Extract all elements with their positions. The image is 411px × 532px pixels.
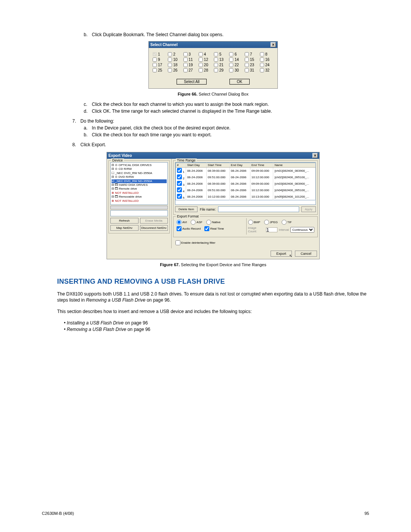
row-checkbox[interactable] xyxy=(177,168,182,173)
channel-19-checkbox[interactable] xyxy=(183,63,188,67)
close-icon[interactable]: × xyxy=(271,42,276,47)
tree-node[interactable]: ☑ _NEC DVD_RW ND-3550A xyxy=(112,179,167,183)
tree-node[interactable]: ⊟ ⊙ CD R/RW xyxy=(112,167,167,171)
tree-node[interactable]: ⊟ 🗔 Remote drive xyxy=(112,187,167,191)
channel-4-checkbox[interactable] xyxy=(199,52,203,56)
column-header[interactable]: Start Time xyxy=(206,163,229,168)
channel-25-checkbox[interactable] xyxy=(153,68,157,72)
channel-10[interactable]: 10 xyxy=(168,58,182,62)
table-row[interactable]: 408-24-200609:51:00.00008-24-200610:12:0… xyxy=(176,187,315,193)
channel-15-checkbox[interactable] xyxy=(245,58,249,62)
channel-5[interactable]: 5 xyxy=(214,52,228,56)
channel-13[interactable]: 13 xyxy=(214,58,228,62)
channel-20-checkbox[interactable] xyxy=(199,63,203,67)
channel-11-checkbox[interactable] xyxy=(183,58,188,62)
channel-7[interactable]: 7 xyxy=(245,52,258,56)
channel-9[interactable]: 9 xyxy=(153,58,166,62)
channel-24-checkbox[interactable] xyxy=(260,63,264,67)
disconnect-netdrv-button[interactable]: Disconnect NetDrv xyxy=(140,225,168,231)
channel-32[interactable]: 32 xyxy=(260,68,274,72)
radio-jpeg[interactable]: JPEG xyxy=(264,220,278,225)
tree-node[interactable]: ⊗ NOT INSTALLED xyxy=(112,191,167,195)
channel-24[interactable]: 24 xyxy=(260,63,274,67)
column-header[interactable]: Name xyxy=(273,163,315,168)
row-checkbox[interactable] xyxy=(177,174,182,179)
tree-node[interactable]: ⊟ 🗔 Removable drive xyxy=(112,195,167,199)
channel-15[interactable]: 15 xyxy=(245,58,258,62)
channel-22[interactable]: 22 xyxy=(229,63,243,67)
tree-node[interactable]: ⊗ NOT INSTALLED xyxy=(112,199,167,203)
channel-5-checkbox[interactable] xyxy=(214,52,218,56)
time-range-table[interactable]: #Start DayStart TimeEnd DayEnd TimeName … xyxy=(175,163,315,200)
channel-7-checkbox[interactable] xyxy=(245,52,249,56)
cancel-button[interactable]: Cancel xyxy=(295,251,317,257)
channel-18-checkbox[interactable] xyxy=(168,63,172,67)
channel-2-checkbox[interactable] xyxy=(168,52,172,56)
channel-6-checkbox[interactable] xyxy=(229,52,233,56)
channel-23[interactable]: 23 xyxy=(245,63,258,67)
channel-9-checkbox[interactable] xyxy=(153,58,157,62)
column-header[interactable]: End Time xyxy=(250,163,273,168)
channel-21-checkbox[interactable] xyxy=(214,63,218,67)
channel-30[interactable]: 30 xyxy=(229,68,243,72)
channel-26-checkbox[interactable] xyxy=(168,68,172,72)
refresh-button[interactable]: Refresh xyxy=(110,218,139,224)
delete-item-button[interactable]: Delete Item xyxy=(175,206,198,212)
tree-node[interactable]: ⊟ ⊙ OPTICAL DISK DRIVES xyxy=(112,163,167,167)
radio-native[interactable]: Native xyxy=(206,220,221,225)
channel-12-checkbox[interactable] xyxy=(199,58,203,62)
channel-21[interactable]: 21 xyxy=(214,63,228,67)
channel-16[interactable]: 16 xyxy=(260,58,274,62)
radio-tif[interactable]: TIF xyxy=(282,220,292,225)
radio-bmp[interactable]: BMP xyxy=(248,220,260,225)
channel-17-checkbox[interactable] xyxy=(153,63,157,67)
device-path-input[interactable] xyxy=(110,210,168,216)
column-header[interactable]: Start Day xyxy=(186,163,206,168)
channel-32-checkbox[interactable] xyxy=(260,68,264,72)
channel-16-checkbox[interactable] xyxy=(260,58,264,62)
file-name-input[interactable] xyxy=(218,206,299,212)
channel-1-checkbox[interactable] xyxy=(153,52,157,56)
tree-node[interactable]: ☐ _NEC DVD_RW ND-3550A xyxy=(112,171,167,175)
channel-29[interactable]: 29 xyxy=(214,68,228,72)
device-tree-scrollbar[interactable] xyxy=(110,206,168,209)
ok-button[interactable]: OK xyxy=(229,79,249,85)
radio-asf[interactable]: ASF xyxy=(191,220,202,225)
device-tree[interactable]: ⊟ ⊙ OPTICAL DISK DRIVES ⊟ ⊙ CD R/RW ☐ _N… xyxy=(110,162,168,205)
channel-22-checkbox[interactable] xyxy=(229,63,233,67)
channel-12[interactable]: 12 xyxy=(199,58,212,62)
channel-10-checkbox[interactable] xyxy=(168,58,172,62)
channel-18[interactable]: 18 xyxy=(168,63,182,67)
row-checkbox[interactable] xyxy=(177,181,182,186)
channel-14[interactable]: 14 xyxy=(229,58,243,62)
deinterlace-checkbox[interactable] xyxy=(175,240,180,245)
table-row[interactable]: 308-24-200608:39:00.00008-24-200609:09:0… xyxy=(176,181,315,187)
table-row[interactable]: 108-24-200608:39:00.00008-24-200609:09:0… xyxy=(176,168,315,174)
radio-avi[interactable]: AVI xyxy=(177,220,187,225)
channel-11[interactable]: 11 xyxy=(183,58,197,62)
row-checkbox[interactable] xyxy=(177,187,182,192)
channel-30-checkbox[interactable] xyxy=(229,68,233,72)
checkbox-audio-record[interactable]: Audio Record xyxy=(177,226,201,231)
channel-20[interactable]: 20 xyxy=(199,63,212,67)
row-checkbox[interactable] xyxy=(177,194,182,199)
column-header[interactable]: # xyxy=(176,163,186,168)
channel-23-checkbox[interactable] xyxy=(245,63,249,67)
map-netdrv-button[interactable]: Map NetDrv xyxy=(110,225,139,231)
export-button[interactable]: Export ↖ xyxy=(271,251,292,257)
channel-31-checkbox[interactable] xyxy=(245,68,249,72)
channel-3-checkbox[interactable] xyxy=(183,52,188,56)
erase-media-button[interactable]: Erase Media xyxy=(140,218,168,224)
channel-29-checkbox[interactable] xyxy=(214,68,218,72)
checkbox-real-time[interactable]: Real Time xyxy=(204,226,224,231)
select-all-button[interactable]: Select All xyxy=(177,79,207,85)
interval-select[interactable]: Continuous xyxy=(290,227,314,233)
channel-27-checkbox[interactable] xyxy=(183,68,188,72)
channel-27[interactable]: 27 xyxy=(183,68,197,72)
channel-6[interactable]: 6 xyxy=(229,52,243,56)
channel-28[interactable]: 28 xyxy=(199,68,212,72)
channel-2[interactable]: 2 xyxy=(168,52,182,56)
channel-28-checkbox[interactable] xyxy=(199,68,203,72)
channel-3[interactable]: 3 xyxy=(183,52,197,56)
tree-node[interactable]: ⊟ 🗔 HARD DISK DRIVES xyxy=(112,183,167,187)
